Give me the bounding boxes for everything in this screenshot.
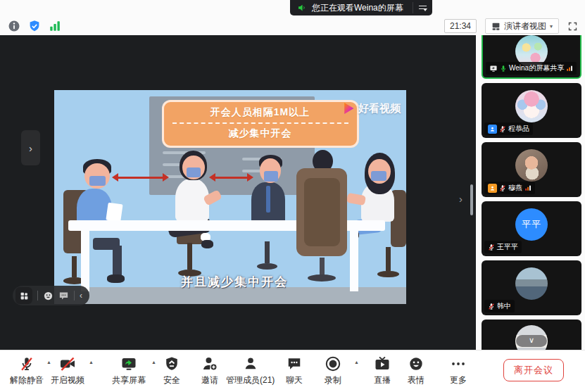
participants-icon — [243, 355, 258, 372]
host-badge-icon — [488, 184, 497, 193]
participant-tile-hanzhong[interactable]: 韩中 — [482, 260, 581, 315]
participant-name: 穆燕 — [508, 183, 522, 193]
banner-menu-button[interactable] — [413, 2, 427, 13]
sidebar-collapse-toggle[interactable]: › — [459, 193, 463, 205]
avatar — [515, 267, 548, 300]
speaker-icon — [297, 3, 307, 13]
participant-tag: 韩中 — [484, 300, 515, 312]
stage-overlay-controls: ‹ — [13, 286, 89, 305]
signal-bars-icon — [49, 20, 61, 32]
invite-person-icon — [201, 355, 218, 372]
view-mode-label: 演讲者视图 — [504, 20, 546, 32]
connection-signal-indicator — [48, 19, 62, 33]
participant-tag: 王平平 — [484, 241, 522, 253]
grid-icon — [20, 291, 29, 301]
live-tv-icon — [374, 355, 391, 372]
view-mode-button[interactable]: 演讲者视图 ▾ — [485, 18, 559, 34]
manage-members-button[interactable]: 管理成员(21) — [226, 355, 275, 386]
participant-tile-partial[interactable]: ∨ — [482, 320, 581, 350]
invite-button[interactable]: 邀请 — [201, 355, 218, 386]
live-stream-button[interactable]: 直播 — [374, 355, 391, 386]
view-caret-down-icon: ▾ — [550, 23, 553, 30]
camera-muted-icon — [59, 355, 76, 372]
participant-tile-wangpingping[interactable]: 平平 王平平 — [482, 201, 581, 256]
record-button[interactable]: 录制 ▲ — [325, 355, 341, 386]
caption-line-1: 开会人员相隔1M以上 — [164, 106, 357, 119]
start-video-button[interactable]: 开启视频 ▲ — [51, 355, 84, 386]
unmute-button[interactable]: 解除静音 ▲ — [10, 355, 44, 386]
smiley-icon — [408, 355, 424, 372]
co-host-badge-icon — [488, 125, 497, 134]
share-options-caret[interactable]: ▲ — [151, 360, 156, 365]
share-screen-icon — [120, 355, 137, 372]
caption-line-2: 减少集中开会 — [164, 127, 357, 140]
mic-muted-icon — [499, 184, 506, 192]
record-options-caret[interactable]: ▲ — [354, 360, 359, 365]
scroll-down-button[interactable]: ∨ — [516, 335, 547, 347]
apps-grid-button[interactable] — [15, 287, 32, 304]
shared-video-canvas: 开会人员相隔1M以上 减少集中开会 好看视频 — [54, 90, 406, 304]
shared-screen-stage: › 开会人员相隔1M以上 减少集中开会 好看视频 — [0, 35, 476, 350]
participant-name: Weina的屏幕共享 — [509, 63, 564, 73]
participant-name: 王平平 — [497, 242, 518, 252]
avatar: 平平 — [515, 208, 548, 241]
ellipsis-icon — [450, 355, 467, 372]
avatar — [515, 90, 548, 122]
reaction-smiley-button[interactable] — [43, 291, 54, 301]
watermark-text: 好看视频 — [358, 102, 401, 115]
participant-tag: 穆燕 — [484, 182, 535, 194]
mic-on-icon — [500, 65, 507, 72]
screen-watch-banner: 您正在观看Weina的屏幕 — [290, 0, 432, 15]
bottom-toolbar: 解除静音 ▲ 开启视频 ▲ 共享屏幕 ▲ 安全 邀请 管理成员(21) 聊天 录… — [0, 350, 585, 392]
participants-sidebar: Weina的屏幕共享 程恭品 穆燕 平平 王平平 — [476, 35, 585, 350]
speaker-view-icon — [491, 22, 501, 31]
fullscreen-button[interactable] — [567, 21, 578, 32]
participant-tile-weina[interactable]: Weina的屏幕共享 — [482, 35, 581, 79]
chat-button[interactable]: 聊天 — [286, 355, 303, 386]
more-button[interactable]: 更多 — [450, 355, 467, 386]
signal-bars-icon — [566, 65, 573, 72]
video-watermark: 好看视频 — [341, 101, 401, 115]
security-shield-icon — [164, 355, 180, 372]
participant-tile-muyan[interactable]: 穆燕 — [482, 142, 581, 197]
leave-meeting-button[interactable]: 离开会议 — [503, 359, 564, 381]
left-panel-toggle[interactable]: › — [21, 130, 40, 165]
caption-bubble-button[interactable] — [58, 291, 69, 301]
avatar-initials: 平平 — [522, 218, 541, 231]
share-screen-button[interactable]: 共享屏幕 ▲ — [112, 355, 146, 386]
mic-muted-icon — [488, 244, 495, 251]
info-icon — [8, 20, 20, 32]
participant-tile-chenggongpin[interactable]: 程恭品 — [482, 83, 581, 138]
chat-bubble-icon — [58, 291, 69, 301]
play-logo-icon — [341, 101, 356, 115]
illustration-executive-chair — [292, 150, 352, 291]
watch-banner-text: 您正在观看Weina的屏幕 — [312, 2, 403, 14]
mic-muted-icon — [19, 355, 34, 372]
security-button[interactable]: 安全 — [163, 355, 180, 386]
fullscreen-icon — [567, 21, 578, 32]
video-subtitle: 并且减少集中开会 — [181, 274, 288, 290]
security-shield-button[interactable] — [27, 19, 42, 33]
reactions-button[interactable]: 表情 — [408, 355, 424, 386]
meeting-info-button[interactable] — [7, 19, 21, 33]
stage-divider-handle[interactable] — [470, 184, 473, 215]
screen-share-icon — [489, 65, 498, 72]
signal-bars-icon — [524, 184, 531, 191]
caption-divider — [172, 122, 348, 124]
participant-name: 韩中 — [497, 301, 511, 311]
chat-icon — [287, 355, 302, 372]
video-caption-banner: 开会人员相隔1M以上 减少集中开会 — [162, 100, 359, 148]
collapse-controls-button[interactable]: ‹ — [80, 291, 82, 301]
avatar — [515, 149, 548, 182]
participant-tag: Weina的屏幕共享 — [486, 62, 577, 75]
mic-muted-icon — [499, 125, 506, 133]
video-options-caret[interactable]: ▲ — [89, 360, 94, 365]
participant-tag: 程恭品 — [484, 122, 533, 135]
shield-check-icon — [28, 20, 41, 32]
record-icon — [325, 355, 341, 372]
smiley-icon — [43, 291, 54, 301]
meeting-timer: 21:34 — [444, 19, 477, 33]
mic-muted-icon — [488, 303, 495, 310]
participant-name: 程恭品 — [508, 124, 529, 134]
hamburger-menu-icon — [419, 5, 427, 11]
